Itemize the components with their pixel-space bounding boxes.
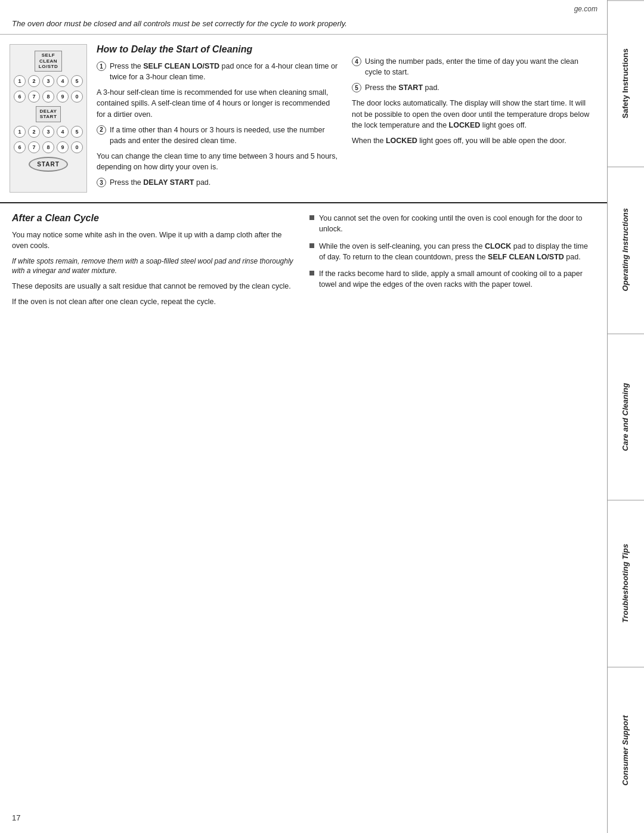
key-6b: 6	[14, 141, 26, 153]
instructions-left-col: How to Delay the Start of Cleaning 1 Pre…	[97, 44, 340, 193]
after-clean-italic: If white spots remain, remove them with …	[12, 256, 298, 277]
key-5: 5	[71, 75, 83, 87]
bullet-text-3: If the racks become hard to slide, apply…	[319, 268, 595, 290]
step-text-3: Press the DELAY START pad.	[110, 177, 210, 188]
sidebar: Safety Instructions Operating Instructio…	[607, 0, 644, 833]
key-0b: 0	[71, 141, 83, 153]
step-5: 5 Press the START pad.	[352, 82, 595, 93]
after-clean-para2: These deposits are usually a salt residu…	[12, 281, 298, 292]
after-clean-title: After a Clean Cycle	[12, 213, 298, 224]
keypad-row-1: 1 2 3 4 5	[14, 75, 83, 87]
top-bar: ge.com	[0, 0, 607, 16]
locked-text: When the LOCKED light goes off, you will…	[352, 135, 595, 146]
key-2: 2	[28, 75, 40, 87]
step-num-1: 1	[97, 61, 106, 71]
key-6: 6	[14, 91, 26, 103]
step-num-5: 5	[352, 83, 361, 92]
door-locks-text: The door locks automatically. The displa…	[352, 98, 595, 130]
page-number: 17	[12, 813, 20, 822]
bullet-2: While the oven is self-cleaning, you can…	[309, 241, 595, 262]
instructions-area: How to Delay the Start of Cleaning 1 Pre…	[97, 44, 595, 193]
key-1b: 1	[14, 126, 26, 138]
how-to-delay-title: How to Delay the Start of Cleaning	[97, 44, 340, 55]
key-5b: 5	[71, 126, 83, 138]
keypad-row-4: 6 7 8 9 0	[14, 141, 83, 153]
after-clean-bullets-col: You cannot set the oven for cooking unti…	[309, 213, 595, 312]
keypad-row-2: 6 7 8 9 0	[14, 91, 83, 103]
keypad-diagram: SELFCLEANLO/STD 1 2 3 4 5 6 7 8 9 0 DELA…	[10, 44, 87, 193]
step-3: 3 Press the DELAY START pad.	[97, 177, 340, 188]
website-label: ge.com	[574, 5, 597, 13]
sidebar-section-troubleshooting: Troubleshooting Tips	[608, 500, 644, 666]
lower-section: After a Clean Cycle You may notice some …	[0, 203, 607, 321]
step-1: 1 Press the SELF CLEAN LO/STD pad once f…	[97, 61, 340, 82]
instructions-right-col: 4 Using the number pads, enter the time …	[352, 44, 595, 193]
step-4: 4 Using the number pads, enter the time …	[352, 56, 595, 78]
self-clean-label: SELFCLEANLO/STD	[35, 51, 62, 72]
key-3b: 3	[42, 126, 54, 138]
step-num-2: 2	[97, 125, 106, 135]
step-2: 2 If a time other than 4 hours or 3 hour…	[97, 125, 340, 146]
bullet-text-2: While the oven is self-cleaning, you can…	[319, 241, 595, 262]
sidebar-section-safety: Safety Instructions	[608, 0, 644, 166]
step-2-note: You can change the clean time to any tim…	[97, 151, 340, 172]
key-8: 8	[42, 91, 54, 103]
bullet-icon-2	[309, 243, 314, 248]
key-4: 4	[57, 75, 69, 87]
step-1-note: A 3-hour self-clean time is recommended …	[97, 87, 340, 119]
key-4b: 4	[57, 126, 69, 138]
start-button-diagram: START	[29, 157, 68, 172]
step-num-3: 3	[97, 178, 106, 187]
sidebar-section-care: Care and Cleaning	[608, 333, 644, 500]
after-clean-para1: You may notice some white ash in the ove…	[12, 230, 298, 251]
step-text-4: Using the number pads, enter the time of…	[365, 56, 595, 78]
key-7: 7	[28, 91, 40, 103]
key-0: 0	[71, 91, 83, 103]
key-8b: 8	[42, 141, 54, 153]
after-clean-col: After a Clean Cycle You may notice some …	[12, 213, 298, 312]
delay-start-label: DELAYSTART	[36, 106, 61, 122]
intro-line: The oven door must be closed and all con…	[0, 16, 607, 35]
after-clean-para3: If the oven is not clean after one clean…	[12, 296, 298, 307]
bullet-icon-3	[309, 271, 314, 275]
key-9: 9	[57, 91, 69, 103]
sidebar-section-operating: Operating Instructions	[608, 166, 644, 333]
step-text-1: Press the SELF CLEAN LO/STD pad once for…	[110, 61, 340, 82]
step-text-5: Press the START pad.	[365, 82, 439, 93]
bullet-icon-1	[309, 215, 314, 220]
upper-section: SELFCLEANLO/STD 1 2 3 4 5 6 7 8 9 0 DELA…	[0, 35, 607, 203]
bullet-text-1: You cannot set the oven for cooking unti…	[319, 213, 595, 234]
keypad-row-3: 1 2 3 4 5	[14, 126, 83, 138]
sidebar-section-consumer: Consumer Support	[608, 667, 644, 833]
key-9b: 9	[57, 141, 69, 153]
step-num-4: 4	[352, 57, 361, 66]
intro-text: The oven door must be closed and all con…	[12, 19, 347, 28]
step-text-2: If a time other than 4 hours or 3 hours …	[110, 125, 340, 146]
bullet-1: You cannot set the oven for cooking unti…	[309, 213, 595, 234]
key-1: 1	[14, 75, 26, 87]
main-content: ge.com The oven door must be closed and …	[0, 0, 607, 833]
key-3: 3	[42, 75, 54, 87]
key-2b: 2	[28, 126, 40, 138]
bullet-3: If the racks become hard to slide, apply…	[309, 268, 595, 290]
key-7b: 7	[28, 141, 40, 153]
